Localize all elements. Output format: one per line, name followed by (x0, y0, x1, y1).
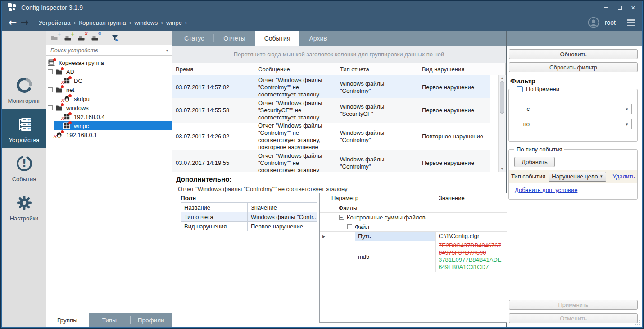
fields-col-value: Значение (248, 203, 317, 212)
column-header-violation[interactable]: Вид нарушения (418, 63, 498, 75)
from-date-combobox[interactable]: ▼ (535, 104, 632, 114)
tree-node-192-168-0-1[interactable]: ✕ 192.168.0.1 (46, 130, 172, 139)
offline-x-icon: ✕ (53, 134, 57, 139)
alert-dot (61, 103, 64, 106)
event-row[interactable]: 03.07.2017 14:19:55 Отчет "Windows файлы… (172, 150, 506, 172)
tree-node-winpc[interactable]: winpc (46, 121, 172, 130)
cancel-button[interactable]: Отменить (509, 313, 638, 323)
tab-profiles[interactable]: Профили (131, 313, 172, 327)
event-row[interactable]: 03.07.2017 14:55:58 Отчет "Windows файлы… (172, 98, 506, 121)
tree-node-net[interactable]: − net (46, 85, 172, 94)
tree-node-ad[interactable]: − AD (46, 67, 172, 76)
param-row-md5[interactable]: md5 7E2B8C437DB404676784975F87D7A690 378… (320, 241, 507, 272)
to-date-combobox[interactable]: ▼ (535, 119, 632, 129)
collapse-toggle[interactable]: − (331, 206, 336, 210)
filter-icon[interactable] (111, 34, 119, 42)
sidebar: Мониторинг (2, 31, 46, 327)
add-condition-link[interactable]: Добавить доп. условие (515, 187, 577, 193)
apply-button[interactable]: Применить (509, 300, 638, 310)
sidebar-item-devices[interactable]: Устройства (2, 109, 46, 148)
param-tree-node-checksums[interactable]: − Контрольные суммы файлов (320, 213, 507, 222)
avatar[interactable] (588, 17, 599, 28)
scroll-down-icon[interactable]: ▼ (499, 167, 506, 171)
delete-link[interactable]: Удалить (612, 173, 635, 180)
collapse-toggle[interactable]: − (347, 224, 352, 229)
breadcrumb-item[interactable]: Устройства (39, 19, 71, 26)
events-table-body: 03.07.2017 14:57:02 Отчет "Windows файлы… (172, 75, 506, 172)
app-title: Config Inspector 3.1.9 (21, 4, 83, 11)
refresh-button[interactable]: Обновить (509, 49, 638, 59)
alert-dot (53, 58, 56, 61)
reset-filter-button[interactable]: Сбросить фильтр (509, 62, 638, 72)
monitoring-icon (14, 75, 34, 95)
tree-node-192-168-0-4[interactable]: ✕ 192.168.0.4 (46, 112, 172, 121)
tree-node-skdpu[interactable]: ✕ skdpu (46, 94, 172, 103)
event-type-select[interactable]: Нарушение целос... ▼ (549, 172, 606, 182)
param-row-path[interactable]: ▶ Путь C:\1\Config.cfgr (320, 232, 507, 241)
remove-device-icon[interactable]: ✕ (77, 34, 86, 42)
field-row[interactable]: Тип отчета Windows файлы "Contr... (181, 212, 317, 222)
column-header-report-type[interactable]: Тип отчета (336, 63, 418, 75)
tab-reports[interactable]: Отчеты (214, 31, 254, 46)
add-group-icon[interactable]: + (50, 34, 59, 42)
main-area: Статус Отчеты События Архив Перетяните с… (172, 31, 506, 327)
old-hash-value: 7E2B8C437DB404676784975F87D7A690 (439, 242, 504, 256)
tree-node-dc[interactable]: ✕ DC (46, 76, 172, 85)
collapse-toggle[interactable]: − (339, 215, 344, 220)
column-header-time[interactable]: Время (172, 63, 254, 75)
tab-archive[interactable]: Архив (299, 31, 336, 46)
field-row[interactable]: Вид нарушения Первое нарушение (181, 222, 317, 231)
edit-device-icon[interactable]: ⚙ (91, 34, 100, 42)
maximize-button[interactable] (613, 2, 626, 14)
column-header-filler (498, 63, 506, 75)
back-arrow-icon[interactable]: ← (9, 18, 17, 27)
alert-dot (61, 130, 64, 133)
tree-node-windows[interactable]: − windows (46, 103, 172, 112)
sidebar-item-monitoring[interactable]: Мониторинг (2, 70, 46, 109)
param-col-parameter[interactable]: Параметр (328, 193, 435, 203)
param-col-value[interactable]: Значение (435, 193, 507, 203)
param-tree-node-files[interactable]: − Файлы (320, 203, 507, 213)
collapse-toggle[interactable]: − (48, 69, 53, 74)
sidebar-item-events[interactable]: ! События (2, 148, 46, 187)
time-filter-label: По Времени (526, 86, 559, 92)
chevron-down-icon: ▼ (599, 174, 603, 178)
events-scrollbar[interactable]: ▲ ▼ (498, 75, 506, 172)
menu-icon[interactable] (627, 19, 635, 26)
offline-x-icon: ✕ (60, 80, 64, 85)
tab-types[interactable]: Типы (89, 313, 130, 327)
event-row[interactable]: 03.07.2017 14:57:02 Отчет "Windows файлы… (172, 75, 506, 98)
close-button[interactable]: ✕ (626, 2, 640, 14)
column-header-message[interactable]: Сообщение (254, 63, 336, 75)
offline-x-icon: ✕ (60, 98, 64, 103)
alert-dot (61, 85, 64, 88)
collapse-toggle[interactable]: − (48, 105, 53, 110)
linux-device-offline-icon: ✕ (55, 131, 63, 138)
search-input[interactable] (50, 47, 166, 54)
sidebar-item-settings[interactable]: Настройки (2, 187, 46, 227)
resize-grip[interactable] (635, 320, 640, 325)
alert-dot (68, 112, 72, 115)
add-device-icon[interactable]: + (64, 34, 73, 42)
time-filter-checkbox[interactable] (517, 86, 523, 92)
scrollbar-thumb[interactable] (500, 81, 504, 114)
event-row[interactable]: 03.07.2017 14:26:02 Отчет "Windows файлы… (172, 121, 506, 150)
param-tree-node-file[interactable]: − Файл (320, 222, 507, 232)
event-type-filter-group: По типу события Добавить Тип события Нар… (508, 146, 638, 200)
breadcrumb-item[interactable]: windows (134, 19, 158, 26)
breadcrumb-item[interactable]: Корневая группа (79, 19, 126, 26)
scroll-up-icon[interactable]: ▲ (499, 76, 506, 80)
forward-arrow-icon[interactable]: → (20, 18, 28, 27)
device-tree-panel: + + ✕ ⚙ (46, 31, 172, 327)
group-by-hint[interactable]: Перетяните сюда мышкой заголовок колонки… (172, 46, 506, 63)
add-button[interactable]: Добавить (514, 157, 555, 167)
minimize-button[interactable] (599, 2, 613, 14)
collapse-toggle[interactable]: − (48, 87, 53, 92)
breadcrumb-item[interactable]: winpc (166, 19, 182, 26)
tab-status[interactable]: Статус (175, 31, 213, 46)
tab-events[interactable]: События (255, 31, 300, 46)
alert-dot (68, 121, 72, 124)
tab-groups[interactable]: Группы (46, 313, 89, 327)
tree-node-root-group[interactable]: Корневая группа (46, 58, 172, 67)
app-logo-icon (8, 3, 17, 12)
